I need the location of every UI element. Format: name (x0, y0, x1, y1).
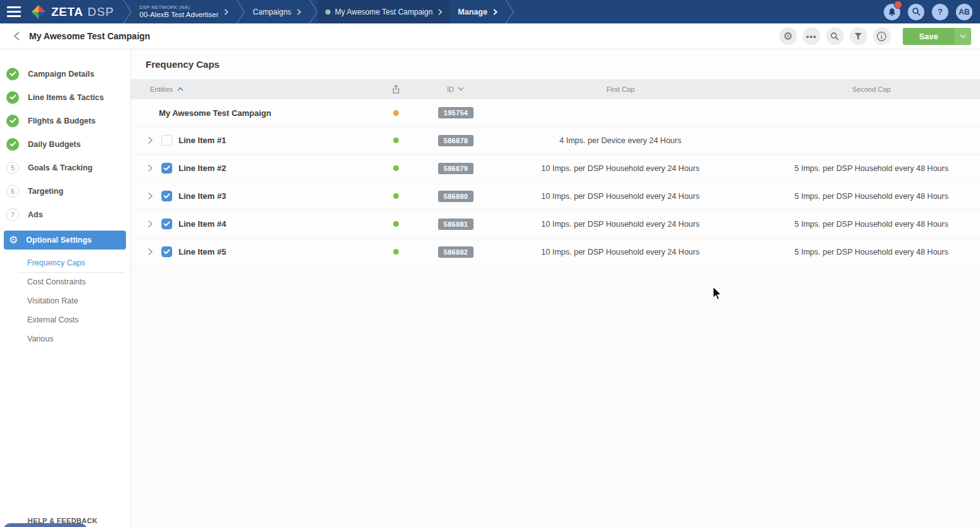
row-checkbox[interactable] (161, 135, 172, 146)
save-dropdown-button[interactable] (955, 28, 971, 45)
sidebar-step[interactable]: Flights & Budgets (0, 109, 130, 132)
entity-name: Line Item #4 (179, 219, 226, 229)
column-header-first-cap[interactable]: First Cap (478, 86, 763, 93)
expand-chevron-icon[interactable] (148, 220, 158, 228)
first-cap-value: 10 Imps. per DSP Household every 24 Hour… (478, 248, 763, 257)
id-header-label: ID (447, 86, 454, 93)
first-cap-value: 10 Imps. per DSP Household every 24 Hour… (478, 164, 763, 173)
row-checkbox[interactable] (161, 219, 172, 229)
table-row[interactable]: Line Item #5 586882 10 Imps. per DSP Hou… (131, 238, 980, 266)
breadcrumb-campaign-label: My Awesome Test Campaign (335, 8, 432, 16)
chevron-right-icon (493, 9, 498, 15)
table-row[interactable]: Line Item #1 586878 4 Imps. per Device e… (131, 127, 980, 155)
breadcrumb-advertiser[interactable]: DSP NETWORK (NA) 00-AlexB Test Advertise… (132, 0, 236, 23)
notifications-button[interactable] (884, 4, 900, 20)
step-number: 6 (6, 185, 19, 198)
breadcrumb-campaigns-label: Campaigns (253, 8, 291, 16)
expand-chevron-icon[interactable] (148, 164, 158, 172)
column-header-second-cap[interactable]: Second Cap (763, 86, 980, 93)
info-icon (876, 31, 887, 42)
breadcrumb-manage-label: Manage (458, 8, 487, 16)
share-export-icon (391, 84, 401, 95)
sidebar-sub-item-label: Cost Constraints (27, 277, 85, 286)
column-header-entities[interactable]: Entities (131, 86, 358, 93)
row-checkbox[interactable] (161, 163, 172, 174)
more-options-button[interactable]: ••• (803, 27, 820, 45)
sidebar-sub-item-label: Frequency Caps (27, 258, 85, 267)
global-search-button[interactable] (908, 4, 924, 20)
chevron-right-icon (438, 9, 443, 15)
help-button[interactable]: ? (932, 4, 948, 20)
column-header-status[interactable] (358, 84, 434, 95)
sidebar-sub-items: Frequency Caps Cost Constraints Visitati… (0, 253, 130, 348)
sidebar-steps: Campaign Details Line Items & Tactics Fl… (0, 62, 130, 226)
save-button-group: Save (903, 28, 971, 45)
sidebar-step[interactable]: 5 Goals & Tracking (0, 156, 130, 179)
sidebar-sub-item[interactable]: Frequency Caps (0, 253, 130, 272)
top-nav-bar: ZETA DSP DSP NETWORK (NA) 00-AlexB Test … (0, 0, 980, 23)
table-row[interactable]: Line Item #2 586879 10 Imps. per DSP Hou… (131, 155, 980, 182)
table-row[interactable]: Line Item #4 586881 10 Imps. per DSP Hou… (131, 210, 980, 238)
search-icon (912, 7, 921, 16)
second-cap-value: 5 Imps. per DSP Household every 48 Hours (763, 192, 980, 201)
search-button[interactable] (826, 27, 844, 45)
check-icon (163, 165, 170, 171)
hamburger-menu-button[interactable] (0, 0, 28, 23)
column-header-id[interactable]: ID (434, 86, 478, 93)
sidebar-step[interactable]: 7 Ads (0, 203, 130, 226)
sidebar-sub-item[interactable]: External Costs (0, 310, 130, 329)
breadcrumb-current-campaign[interactable]: My Awesome Test Campaign (318, 0, 450, 23)
first-cap-value: 10 Imps. per DSP Household every 24 Hour… (478, 220, 763, 229)
filter-funnel-icon (853, 32, 863, 41)
sort-chevron-down-icon (457, 86, 465, 92)
sidebar-step[interactable]: 6 Targeting (0, 179, 130, 203)
status-dot (393, 193, 399, 199)
table-row[interactable]: Line Item #3 586880 10 Imps. per DSP Hou… (131, 182, 980, 210)
sidebar-step-label: Ads (28, 210, 43, 219)
row-checkbox[interactable] (161, 191, 172, 201)
row-checkbox[interactable] (161, 246, 172, 257)
status-dot (393, 137, 399, 143)
zeta-diamond-icon (30, 4, 47, 20)
status-dot (393, 249, 399, 255)
section-title-bar: Frequency Caps (131, 49, 980, 79)
gear-icon: ⚙ (783, 31, 793, 42)
save-button[interactable]: Save (903, 28, 955, 45)
back-button[interactable] (9, 29, 24, 44)
sidebar-item-optional-settings[interactable]: ⚙ Optional Settings (4, 231, 126, 250)
sidebar-step-label: Line Items & Tactics (28, 93, 104, 102)
expand-chevron-icon[interactable] (148, 248, 158, 256)
sidebar-step[interactable]: Daily Budgets (0, 132, 130, 156)
breadcrumb-campaigns[interactable]: Campaigns (245, 0, 309, 23)
sidebar-step-label: Daily Budgets (28, 140, 80, 149)
sidebar-sub-item[interactable]: Various (0, 329, 130, 348)
id-badge: 586880 (438, 191, 474, 202)
campaign-setup-sidebar: Campaign Details Line Items & Tactics Fl… (0, 49, 131, 527)
sidebar-step[interactable]: Line Items & Tactics (0, 86, 130, 109)
notification-badge (894, 1, 902, 9)
user-avatar[interactable]: AB (956, 4, 972, 20)
settings-button[interactable]: ⚙ (779, 27, 797, 45)
expand-chevron-icon[interactable] (148, 136, 158, 144)
table-row[interactable]: My Awesome Test Campaign 195754 (131, 99, 980, 127)
entity-name: Line Item #5 (179, 247, 226, 257)
sidebar-sub-item[interactable]: Cost Constraints (0, 272, 130, 291)
id-badge: 586882 (438, 246, 474, 258)
info-button[interactable] (873, 27, 891, 45)
sidebar-sub-item[interactable]: Visitation Rate (0, 291, 130, 310)
breadcrumb-separator-icon (236, 0, 245, 23)
step-complete-check-icon (6, 68, 19, 80)
breadcrumb-separator-icon (505, 0, 514, 23)
check-icon (163, 193, 170, 199)
filter-button[interactable] (850, 27, 867, 45)
question-mark-icon: ? (938, 8, 942, 16)
table-body: My Awesome Test Campaign 195754 Line Ite… (131, 99, 980, 266)
breadcrumb-manage[interactable]: Manage (450, 0, 505, 23)
chat-widget-pill[interactable] (4, 523, 87, 527)
sidebar-step-label: Campaign Details (28, 70, 94, 79)
first-cap-header-label: First Cap (606, 86, 635, 93)
sort-ascending-icon (177, 86, 184, 92)
expand-chevron-icon[interactable] (148, 192, 158, 200)
app-logo[interactable]: ZETA DSP (28, 0, 123, 23)
sidebar-step[interactable]: Campaign Details (0, 62, 130, 86)
